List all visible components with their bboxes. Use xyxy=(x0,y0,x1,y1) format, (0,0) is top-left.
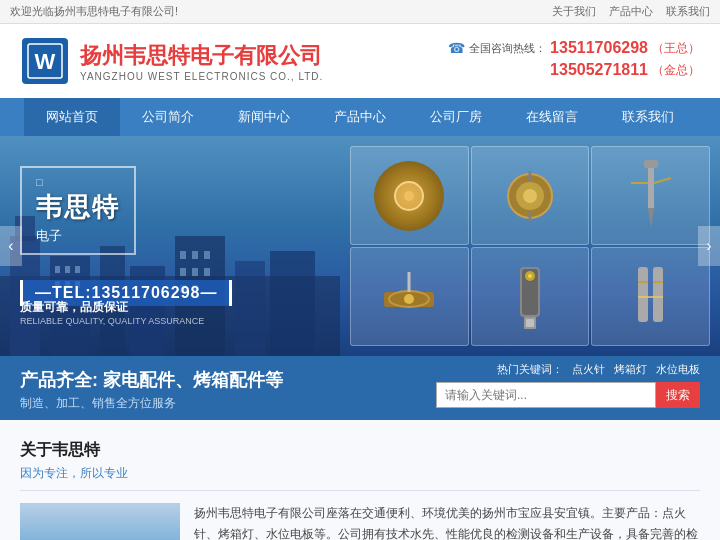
banner-text-box: □ 韦思特 电子 xyxy=(20,166,136,255)
search-input[interactable] xyxy=(436,382,656,408)
banner-products xyxy=(340,136,720,356)
phone-icon: ☎ xyxy=(448,40,465,56)
logo-en: YANGZHOU WEST ELECTRONICS CO., LTD. xyxy=(80,71,323,82)
product-search-bar: 产品齐全: 家电配件、烤箱配件等 制造、加工、销售全方位服务 热门关键词： 点火… xyxy=(0,356,720,420)
product-shape-1 xyxy=(374,161,444,231)
svg-text:W: W xyxy=(35,49,56,74)
product-subtitle: 制造、加工、销售全方位服务 xyxy=(20,395,396,412)
top-link-contact[interactable]: 联系我们 xyxy=(666,5,710,17)
logo-icon: W xyxy=(20,36,70,86)
about-layout: 扬州韦思特电子有限公司座落在交通便利、环境优美的扬州市宝应县安宜镇。主要产品：点… xyxy=(20,503,700,540)
nav-contact[interactable]: 联系我们 xyxy=(600,98,696,136)
svg-rect-19 xyxy=(192,251,198,259)
product-svg-6 xyxy=(623,262,678,332)
building-bg xyxy=(20,503,180,540)
product-img-6 xyxy=(591,247,710,346)
banner-arrow-right[interactable]: › xyxy=(698,226,720,266)
svg-point-38 xyxy=(404,294,414,304)
nav-products[interactable]: 产品中心 xyxy=(312,98,408,136)
product-img-1 xyxy=(350,146,469,245)
nav-message[interactable]: 在线留言 xyxy=(504,98,600,136)
nav-bar: 网站首页 公司简介 新闻中心 产品中心 公司厂房 在线留言 联系我们 xyxy=(0,98,720,136)
product-svg-3 xyxy=(626,158,676,233)
banner-brand: 韦思特 xyxy=(36,190,120,225)
svg-rect-21 xyxy=(180,268,186,276)
search-area: 热门关键词： 点火针 烤箱灯 水位电板 搜索 xyxy=(416,356,720,420)
keyword-1[interactable]: 点火针 xyxy=(572,363,605,375)
about-image xyxy=(20,503,180,540)
svg-rect-33 xyxy=(644,160,658,168)
about-section: 关于韦思特 因为专注，所以专业 xyxy=(20,440,700,540)
svg-line-35 xyxy=(654,178,671,183)
product-svg-4 xyxy=(374,267,444,327)
svg-point-45 xyxy=(528,274,532,278)
svg-rect-12 xyxy=(55,266,60,273)
logo-cn: 扬州韦思特电子有限公司 xyxy=(80,41,323,71)
about-text: 扬州韦思特电子有限公司座落在交通便利、环境优美的扬州市宝应县安宜镇。主要产品：点… xyxy=(194,503,700,540)
svg-point-28 xyxy=(523,189,537,203)
banner-brand-sub: 电子 xyxy=(36,227,120,245)
product-svg-5 xyxy=(500,262,560,332)
banner-arrow-left[interactable]: ‹ xyxy=(0,226,22,266)
top-bar-links: 关于我们 产品中心 联系我们 xyxy=(542,4,710,19)
keyword-2[interactable]: 烤箱灯 xyxy=(614,363,647,375)
header: W 扬州韦思特电子有限公司 YANGZHOU WEST ELECTRONICS … xyxy=(0,24,720,98)
product-img-5 xyxy=(471,247,590,346)
nav-about[interactable]: 公司简介 xyxy=(120,98,216,136)
about-subtitle: 因为专注，所以专业 xyxy=(20,465,700,491)
keyword-3[interactable]: 水位电板 xyxy=(656,363,700,375)
nav-factory[interactable]: 公司厂房 xyxy=(408,98,504,136)
product-img-2 xyxy=(471,146,590,245)
svg-rect-20 xyxy=(204,251,210,259)
logo-area: W 扬州韦思特电子有限公司 YANGZHOU WEST ELECTRONICS … xyxy=(20,36,323,86)
svg-rect-47 xyxy=(653,267,663,322)
svg-rect-13 xyxy=(65,266,70,273)
svg-rect-10 xyxy=(235,261,265,356)
hot-keywords: 热门关键词： 点火针 烤箱灯 水位电板 xyxy=(491,362,700,377)
main-content: 关于韦思特 因为专注，所以专业 xyxy=(0,420,720,540)
svg-rect-22 xyxy=(192,268,198,276)
svg-rect-14 xyxy=(75,266,80,273)
phone-line-1: ☎ 全国咨询热线： 13511706298 （王总） xyxy=(448,39,700,57)
product-img-3 xyxy=(591,146,710,245)
search-box: 搜索 xyxy=(436,382,700,408)
svg-marker-32 xyxy=(648,208,654,228)
banner-brand-icon: □ xyxy=(36,176,120,188)
svg-rect-23 xyxy=(204,268,210,276)
product-title: 产品齐全: 家电配件、烤箱配件等 xyxy=(20,368,396,392)
top-link-products[interactable]: 产品中心 xyxy=(609,5,653,17)
svg-rect-43 xyxy=(526,319,534,327)
product-img-4 xyxy=(350,247,469,346)
about-title: 关于韦思特 xyxy=(20,440,700,461)
phone-line-2: 13505271811 （金总） xyxy=(448,61,700,79)
svg-rect-18 xyxy=(180,251,186,259)
top-bar: 欢迎光临扬州韦思特电子有限公司! 关于我们 产品中心 联系我们 xyxy=(0,0,720,24)
banner-slogan: 质量可靠，品质保证 RELIABLE QUALITY, QUALITY ASSU… xyxy=(20,299,204,326)
product-svg-2 xyxy=(495,166,565,226)
top-link-about[interactable]: 关于我们 xyxy=(552,5,596,17)
nav-home[interactable]: 网站首页 xyxy=(24,98,120,136)
welcome-text: 欢迎光临扬州韦思特电子有限公司! xyxy=(10,4,178,19)
nav-news[interactable]: 新闻中心 xyxy=(216,98,312,136)
svg-rect-11 xyxy=(270,251,315,356)
banner: □ 韦思特 电子 —TEL:13511706298— 质量可靠，品质保证 REL… xyxy=(0,136,720,356)
contact-area: ☎ 全国咨询热线： 13511706298 （王总） 13505271811 （… xyxy=(448,39,700,83)
search-button[interactable]: 搜索 xyxy=(656,382,700,408)
svg-rect-46 xyxy=(638,267,648,322)
product-header: 产品齐全: 家电配件、烤箱配件等 制造、加工、销售全方位服务 xyxy=(0,356,416,420)
logo-text: 扬州韦思特电子有限公司 YANGZHOU WEST ELECTRONICS CO… xyxy=(80,41,323,82)
